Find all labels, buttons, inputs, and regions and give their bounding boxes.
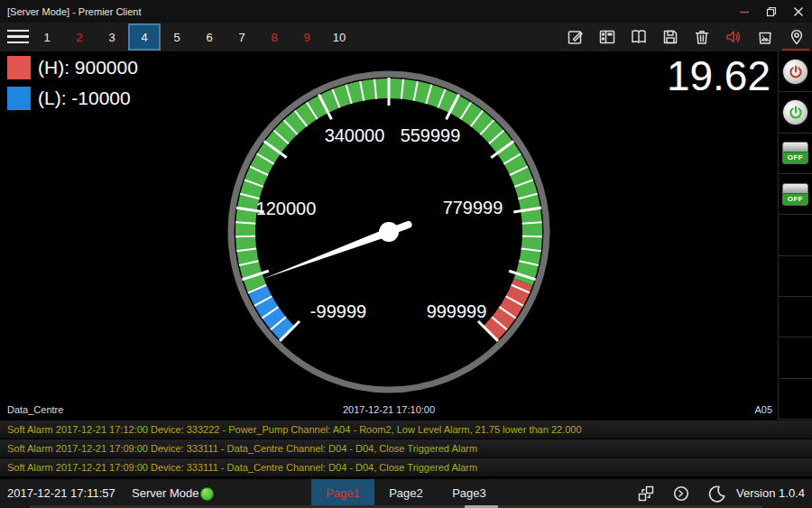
sync-icon bbox=[671, 484, 691, 503]
toolbar-tab-6[interactable]: 6 bbox=[193, 23, 226, 51]
channel-id: A05 bbox=[754, 404, 772, 415]
menu-button[interactable] bbox=[7, 30, 29, 44]
gauge-legend: (H): 900000 (L): -10000 bbox=[7, 56, 138, 117]
switch-cap bbox=[783, 184, 807, 194]
high-limit-label: (H): 900000 bbox=[38, 57, 138, 79]
edit-icon bbox=[566, 27, 586, 47]
gauge-tick-label: 559999 bbox=[401, 125, 461, 145]
tab-page1[interactable]: Page1 bbox=[311, 479, 374, 508]
toolbar: 1 2 3 4 5 6 7 8 9 10 bbox=[0, 23, 812, 51]
close-icon bbox=[793, 6, 804, 17]
high-limit-swatch bbox=[7, 56, 31, 79]
low-limit-label: (L): -10000 bbox=[38, 88, 131, 109]
night-mode-button[interactable] bbox=[706, 483, 727, 504]
toolbar-tab-2[interactable]: 2 bbox=[63, 23, 96, 51]
legend-high-row: (H): 900000 bbox=[7, 56, 138, 79]
location-icon bbox=[787, 27, 807, 47]
toolbar-tab-7[interactable]: 7 bbox=[226, 23, 258, 51]
gauge-tick-label: 999999 bbox=[427, 301, 487, 321]
toolbar-red-accent bbox=[782, 49, 809, 51]
status-bar: 2017-12-21 17:11:57 Server Mode Page1 Pa… bbox=[0, 478, 812, 508]
device-name: Data_Centre bbox=[7, 404, 63, 415]
switch-cap bbox=[783, 143, 807, 152]
minimize-icon bbox=[739, 6, 750, 17]
connection-status-dot bbox=[200, 487, 214, 501]
edit-button[interactable] bbox=[559, 23, 591, 51]
sidebar-cell-7 bbox=[779, 297, 812, 337]
window-title: [Server Mode] - Premier Client bbox=[0, 6, 731, 17]
layout-icon bbox=[597, 27, 617, 47]
sidebar-cell-3: OFF bbox=[779, 134, 812, 174]
power-red-icon bbox=[788, 63, 804, 79]
sidebar-cell-9 bbox=[779, 379, 812, 420]
alarm-list: Soft Alarm 2017-12-21 17:12:00 Device: 3… bbox=[0, 420, 812, 477]
status-icons bbox=[635, 479, 727, 508]
maximize-button[interactable] bbox=[758, 0, 785, 23]
gauge-panel: -99999120000340000559999779999999999 (H)… bbox=[0, 51, 778, 420]
toolbar-tab-5[interactable]: 5 bbox=[161, 23, 193, 51]
gauge-tick-label: -99999 bbox=[310, 301, 366, 321]
toolbar-icons bbox=[559, 23, 812, 51]
trash-icon bbox=[692, 27, 712, 47]
control-sidebar: OFF OFF bbox=[778, 51, 812, 420]
switch-1-label: OFF bbox=[783, 152, 807, 163]
hamburger-icon bbox=[7, 30, 29, 32]
version-label: Version 1.0.4 bbox=[736, 479, 805, 508]
swap-pages-button[interactable] bbox=[635, 483, 657, 504]
alarm-row[interactable]: Soft Alarm 2017-12-21 17:12:00 Device: 3… bbox=[0, 420, 812, 439]
save-icon bbox=[660, 27, 680, 47]
minimize-button[interactable] bbox=[731, 0, 758, 23]
speaker-icon bbox=[724, 27, 743, 47]
tab-page2[interactable]: Page2 bbox=[374, 479, 438, 508]
title-bar: [Server Mode] - Premier Client bbox=[0, 0, 812, 23]
sidebar-cell-2 bbox=[779, 92, 812, 133]
status-clock: 2017-12-21 17:11:57 bbox=[7, 479, 115, 508]
sidebar-cell-5 bbox=[779, 215, 812, 255]
close-button[interactable] bbox=[785, 0, 812, 23]
toolbar-tab-10[interactable]: 10 bbox=[323, 23, 355, 51]
gauge-tick-label: 779999 bbox=[443, 198, 503, 217]
snapshot-bin-button[interactable] bbox=[749, 23, 780, 51]
gauge-needle bbox=[263, 228, 390, 279]
toolbar-tab-9[interactable]: 9 bbox=[291, 23, 323, 51]
server-mode-label: Server Mode bbox=[132, 479, 198, 508]
low-limit-swatch bbox=[7, 87, 31, 110]
toggle-switch-2[interactable]: OFF bbox=[782, 183, 808, 206]
power-green-icon bbox=[788, 104, 804, 120]
sidebar-cell-8 bbox=[779, 337, 812, 378]
toolbar-tab-3[interactable]: 3 bbox=[96, 23, 128, 51]
page-number-tabs: 1 2 3 4 5 6 7 8 9 10 bbox=[31, 23, 355, 51]
gauge-tick-label: 340000 bbox=[325, 125, 385, 145]
mute-button[interactable] bbox=[717, 23, 749, 51]
layout-button[interactable] bbox=[591, 23, 623, 51]
sidebar-cell-4: OFF bbox=[779, 174, 812, 215]
current-value-readout: 19.62 bbox=[667, 51, 770, 100]
power-off-button[interactable] bbox=[783, 60, 807, 84]
toolbar-tab-8[interactable]: 8 bbox=[258, 23, 291, 51]
switch-2-label: OFF bbox=[783, 194, 807, 205]
toggle-switch-1[interactable]: OFF bbox=[782, 142, 808, 164]
delete-button[interactable] bbox=[686, 23, 717, 51]
page-tabs: Page1 Page2 Page3 bbox=[311, 479, 501, 508]
gauge-hub bbox=[379, 222, 399, 242]
sample-timestamp: 2017-12-21 17:10:00 bbox=[343, 404, 435, 415]
tab-page3[interactable]: Page3 bbox=[438, 479, 501, 508]
restore-icon bbox=[766, 6, 777, 17]
moon-icon bbox=[706, 484, 726, 503]
app-window: [Server Mode] - Premier Client 1 2 3 4 5… bbox=[0, 0, 812, 508]
toolbar-tab-1[interactable]: 1 bbox=[31, 23, 63, 51]
gauge-tick-label: 120000 bbox=[256, 199, 317, 218]
location-button[interactable] bbox=[780, 23, 812, 51]
book-icon bbox=[629, 27, 649, 47]
book-button[interactable] bbox=[623, 23, 654, 51]
toolbar-tab-4[interactable]: 4 bbox=[128, 23, 161, 51]
power-on-button[interactable] bbox=[783, 100, 807, 125]
alarm-row[interactable]: Soft Alarm 2017-12-21 17:09:00 Device: 3… bbox=[0, 458, 812, 476]
save-button[interactable] bbox=[654, 23, 686, 51]
gauge-info-strip: Data_Centre 2017-12-21 17:10:00 A05 bbox=[0, 404, 778, 419]
sync-button[interactable] bbox=[670, 483, 692, 504]
legend-low-row: (L): -10000 bbox=[7, 87, 138, 110]
gauge-normal-zone bbox=[245, 88, 532, 288]
alarm-row[interactable]: Soft Alarm 2017-12-21 17:09:00 Device: 3… bbox=[0, 439, 812, 457]
sidebar-cell-1 bbox=[779, 51, 812, 92]
